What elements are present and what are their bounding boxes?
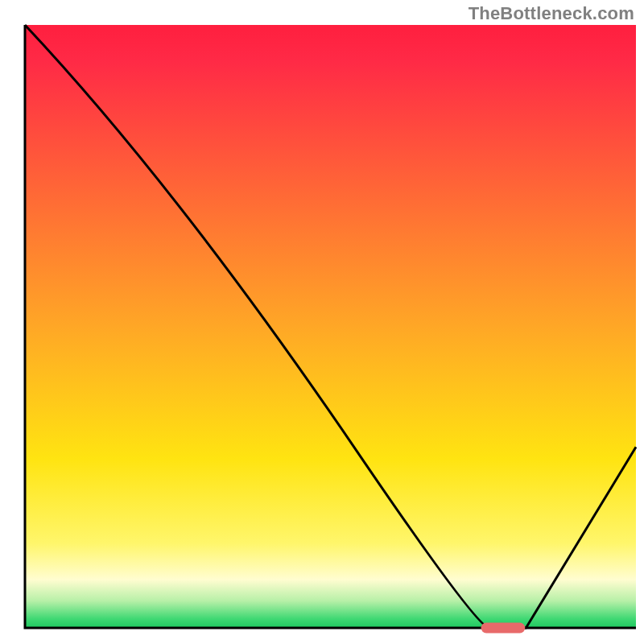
plot-background: [25, 25, 636, 628]
bottleneck-chart: TheBottleneck.com: [0, 0, 644, 644]
chart-svg: [0, 0, 644, 644]
watermark-text: TheBottleneck.com: [469, 3, 634, 24]
